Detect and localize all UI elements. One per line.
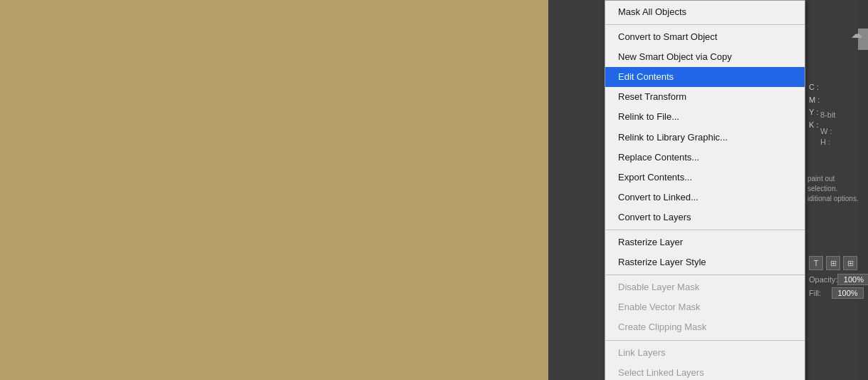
- info-line1: paint out selection.: [807, 174, 865, 194]
- menu-item-disable-layer-mask: Disable Layer Mask: [605, 277, 805, 297]
- info-text-panel: paint out selection. iditional options.: [805, 171, 868, 207]
- w-label: W :: [820, 127, 832, 135]
- menu-item-convert-to-linked[interactable]: Convert to Linked...: [605, 188, 805, 207]
- menu-item-convert-to-smart-object[interactable]: Convert to Smart Object: [605, 27, 805, 47]
- m-label: M :: [809, 94, 820, 107]
- menu-item-convert-to-layers[interactable]: Convert to Layers: [605, 207, 805, 227]
- menu-item-create-clipping-mask: Create Clipping Mask: [605, 317, 805, 337]
- menu-item-rasterize-layer-style[interactable]: Rasterize Layer Style: [605, 252, 805, 272]
- menu-item-enable-vector-mask: Enable Vector Mask: [605, 297, 805, 317]
- layer-controls: Opacity: 100% Fill: 100%: [805, 271, 868, 304]
- menu-item-edit-contents[interactable]: Edit Contents: [605, 67, 805, 87]
- info-line2: iditional options.: [807, 194, 865, 204]
- opacity-label: Opacity:: [809, 275, 837, 284]
- h-label: H :: [820, 138, 830, 146]
- bit-depth-label: 8-bit: [820, 111, 835, 119]
- fill-value[interactable]: 100%: [832, 287, 864, 299]
- toolbar-icons: T ⊞ ⊞: [805, 253, 862, 273]
- opacity-row: Opacity: 100%: [809, 274, 864, 285]
- fill-row: Fill: 100%: [809, 287, 864, 299]
- k-label: K :: [809, 119, 820, 132]
- menu-item-replace-contents[interactable]: Replace Contents...: [605, 148, 805, 168]
- opacity-value[interactable]: 100%: [837, 274, 868, 285]
- menu-item-mask-all-objects[interactable]: Mask All Objects: [605, 2, 805, 22]
- c-label: C :: [809, 81, 820, 94]
- menu-item-relink-to-library-graphic[interactable]: Relink to Library Graphic...: [605, 128, 805, 148]
- menu-separator: [605, 24, 805, 25]
- menu-item-link-layers: Link Layers: [605, 343, 805, 363]
- menu-item-new-smart-object-via-copy[interactable]: New Smart Object via Copy: [605, 47, 805, 67]
- menu-item-export-contents[interactable]: Export Contents...: [605, 168, 805, 188]
- cmyk-info-panel: C : M : Y : K :: [805, 78, 824, 134]
- context-menu: Mask All ObjectsConvert to Smart ObjectN…: [605, 0, 805, 380]
- y-label: Y :: [809, 106, 820, 119]
- menu-item-rasterize-layer[interactable]: Rasterize Layer: [605, 232, 805, 252]
- fill-label: Fill:: [809, 289, 821, 297]
- menu-separator: [605, 274, 805, 275]
- menu-separator: [605, 340, 805, 341]
- menu-item-relink-to-file[interactable]: Relink to File...: [605, 107, 805, 127]
- text-tool-icon[interactable]: T: [809, 256, 823, 270]
- arrange-tool-icon[interactable]: ⊞: [843, 256, 857, 270]
- transform-tool-icon[interactable]: ⊞: [826, 256, 840, 270]
- menu-item-select-linked-layers: Select Linked Layers: [605, 363, 805, 380]
- menu-item-reset-transform[interactable]: Reset Transform: [605, 87, 805, 107]
- canvas-area: [0, 0, 548, 380]
- menu-separator: [605, 230, 805, 230]
- cloud-icon: ☁: [851, 27, 862, 41]
